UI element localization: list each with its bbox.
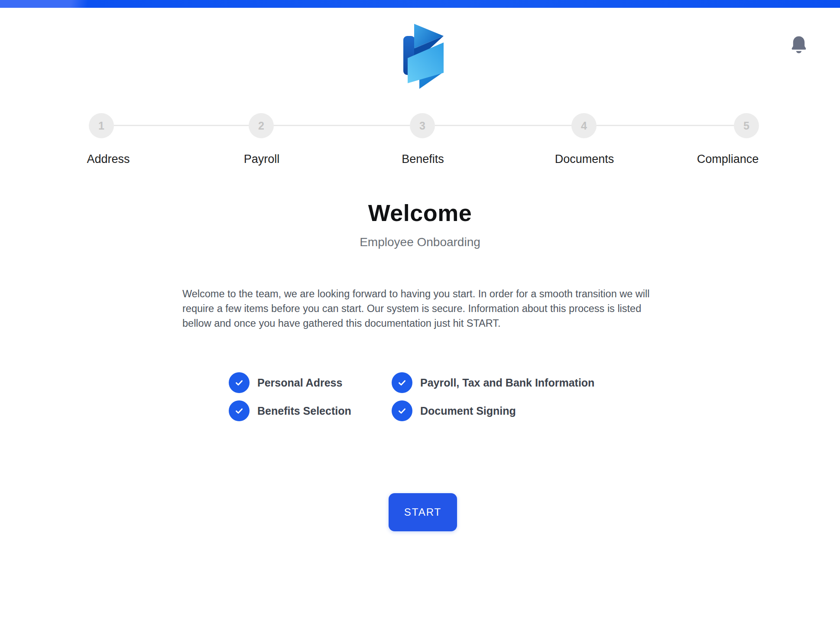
checklist-item-label: Benefits Selection — [257, 405, 351, 417]
step-circle-benefits[interactable]: 3 — [410, 113, 435, 138]
check-icon — [392, 372, 412, 393]
check-icon — [229, 400, 250, 421]
step-number: 4 — [581, 120, 587, 132]
welcome-description: Welcome to the team, we are looking forw… — [182, 286, 662, 331]
step-circle-compliance[interactable]: 5 — [734, 113, 759, 138]
page-subtitle: Employee Onboarding — [0, 235, 840, 249]
checklist-item-document-signing: Document Signing — [392, 400, 594, 421]
step-label-compliance: Compliance — [697, 153, 759, 166]
check-icon — [229, 372, 250, 393]
step-label-address: Address — [87, 153, 130, 166]
checklist-item-personal-address: Personal Adress — [229, 372, 392, 393]
stepper: 1 2 3 4 5 Address Payroll Benefits Docum… — [0, 0, 840, 173]
checklist-item-label: Payroll, Tax and Bank Information — [420, 377, 594, 389]
employee-onboarding-page: 1 2 3 4 5 Address Payroll Benefits Docum… — [0, 0, 840, 634]
step-number: 1 — [98, 120, 104, 132]
step-circle-documents[interactable]: 4 — [571, 113, 597, 138]
step-number: 3 — [419, 120, 425, 132]
check-icon — [392, 400, 412, 421]
start-button[interactable]: START — [389, 493, 457, 531]
checklist-item-payroll-tax-bank: Payroll, Tax and Bank Information — [392, 372, 594, 393]
requirements-checklist: Personal Adress Payroll, Tax and Bank In… — [229, 372, 594, 421]
checklist-item-benefits-selection: Benefits Selection — [229, 400, 392, 421]
step-circle-address[interactable]: 1 — [89, 113, 114, 138]
page-title: Welcome — [0, 199, 840, 226]
step-label-documents: Documents — [555, 153, 614, 166]
checklist-item-label: Personal Adress — [257, 377, 342, 389]
step-circle-payroll[interactable]: 2 — [249, 113, 274, 138]
step-label-payroll: Payroll — [244, 153, 280, 166]
step-label-benefits: Benefits — [402, 153, 444, 166]
step-number: 2 — [258, 120, 264, 132]
checklist-item-label: Document Signing — [420, 405, 516, 417]
step-number: 5 — [743, 120, 749, 132]
